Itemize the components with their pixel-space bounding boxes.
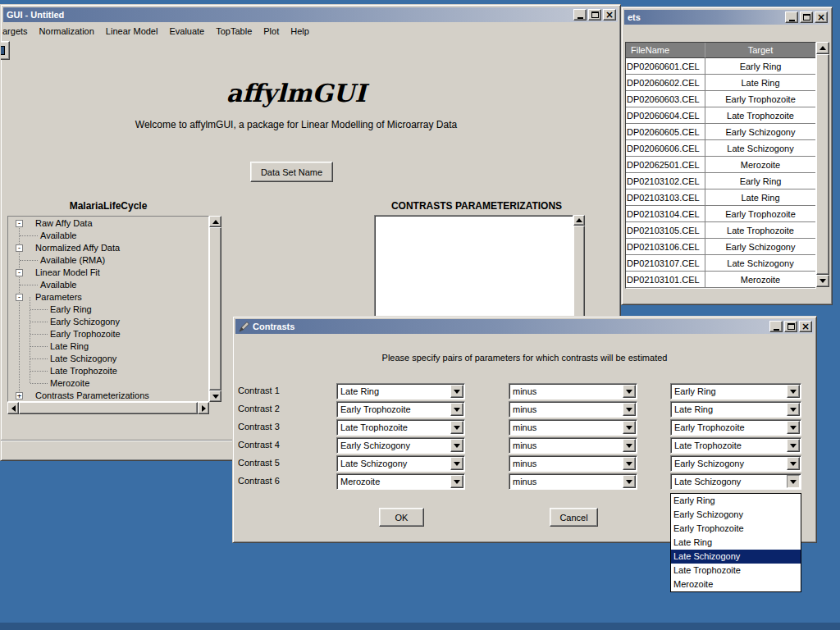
combobox-dropdown-button[interactable] [450, 439, 463, 452]
table-row[interactable]: DP02060605.CEL Early Schizogony [626, 124, 815, 140]
contrast-right-combobox[interactable]: Late Schizogony [670, 473, 801, 490]
cell-filename[interactable]: DP02060603.CEL [626, 91, 705, 107]
operator-combobox[interactable]: minus [509, 473, 637, 490]
cell-filename[interactable]: DP02103106.CEL [626, 239, 705, 255]
scrollbar-thumb[interactable] [816, 54, 829, 275]
cell-target[interactable]: Early Ring [705, 173, 815, 189]
minimize-button[interactable] [573, 9, 587, 21]
status-tree[interactable]: - Raw Affy Data Available - Normalized A… [7, 216, 209, 402]
cell-filename[interactable]: DP02062501.CEL [626, 157, 705, 173]
close-button[interactable]: × [815, 11, 828, 23]
tree-vertical-scrollbar[interactable] [209, 216, 221, 402]
scroll-down-button[interactable] [209, 390, 221, 402]
scrollbar-thumb[interactable] [209, 227, 221, 390]
combobox-dropdown-button[interactable] [623, 403, 636, 416]
cell-target[interactable]: Late Trophozoite [705, 107, 815, 124]
operator-combobox[interactable]: minus [509, 383, 637, 399]
table-row[interactable]: DP02103105.CEL Late Trophozoite [626, 222, 815, 239]
combobox-dropdown-button[interactable] [450, 457, 463, 470]
table-row[interactable]: DP02060602.CEL Late Ring [626, 75, 815, 91]
menu-item[interactable]: argets [2, 25, 34, 38]
data-set-name-button[interactable]: Data Set Name [250, 162, 333, 182]
menu-item[interactable]: TopTable [210, 25, 258, 38]
cell-filename[interactable]: DP02103103.CEL [626, 189, 705, 206]
tree-item[interactable]: Early Trophozoite [9, 328, 208, 340]
table-row[interactable]: DP02103102.CEL Early Ring [626, 173, 815, 189]
tree-item[interactable]: Late Trophozoite [9, 365, 208, 377]
combobox-dropdown-button[interactable] [623, 421, 636, 434]
cell-target[interactable]: Merozoite [705, 157, 815, 173]
combobox-dropdown-button[interactable] [787, 385, 800, 398]
combobox-dropdown-button[interactable] [623, 439, 636, 452]
table-row[interactable]: DP02060606.CEL Late Schizogony [626, 140, 815, 157]
combobox-dropdown-button[interactable] [450, 475, 463, 488]
tree-item[interactable]: Late Ring [9, 340, 208, 353]
dropdown-option[interactable]: Late Ring [671, 536, 801, 550]
tree-item[interactable]: - Normalized Affy Data [9, 242, 208, 254]
dropdown-option[interactable]: Merozoite [671, 578, 801, 591]
tree-horizontal-scrollbar[interactable] [7, 402, 209, 414]
table-row[interactable]: DP02103103.CEL Late Ring [626, 189, 815, 206]
cell-filename[interactable]: DP02103101.CEL [626, 272, 705, 288]
scroll-left-button[interactable] [7, 402, 19, 414]
contrast-right-combobox[interactable]: Early Trophozoite [670, 419, 801, 436]
scroll-down-button[interactable] [816, 275, 829, 287]
cell-filename[interactable]: DP02060605.CEL [626, 124, 705, 140]
cell-filename[interactable]: DP02060604.CEL [626, 107, 705, 124]
dropdown-option[interactable]: Late Schizogony [671, 550, 801, 564]
tree-item[interactable]: Available [9, 230, 208, 242]
dropdown-option[interactable]: Early Ring [671, 494, 801, 508]
cell-target[interactable]: Early Ring [705, 58, 815, 75]
main-titlebar[interactable]: GUI - Untitled × [3, 7, 618, 22]
table-row[interactable]: DP02060603.CEL Early Trophozoite [626, 91, 815, 107]
close-button[interactable]: × [603, 9, 616, 21]
dropdown-option[interactable]: Late Trophozoite [671, 564, 801, 578]
scrollbar-thumb[interactable] [573, 226, 585, 327]
tree-item[interactable]: Available [9, 279, 208, 291]
combobox-dropdown-button[interactable] [450, 403, 463, 416]
column-header-target[interactable]: Target [705, 43, 815, 58]
ok-button[interactable]: OK [379, 508, 424, 527]
tree-item[interactable]: Late Schizogony [9, 353, 208, 365]
cell-filename[interactable]: DP02103105.CEL [626, 222, 705, 239]
scroll-up-button[interactable] [209, 216, 221, 227]
tree-item[interactable]: Early Ring [9, 304, 208, 316]
cell-target[interactable]: Late Schizogony [705, 255, 815, 272]
combobox-dropdown-button[interactable] [787, 403, 800, 416]
maximize-button[interactable] [588, 9, 601, 21]
scrollbar-thumb[interactable] [19, 402, 198, 414]
contrast-left-combobox[interactable]: Early Schizogony [336, 437, 465, 454]
menu-item[interactable]: Evaluate [163, 25, 210, 38]
column-header-filename[interactable]: FileName [626, 43, 705, 58]
menu-item[interactable]: Plot [258, 25, 285, 38]
combobox-dropdown-button[interactable] [787, 421, 800, 434]
contrast-right-combobox[interactable]: Late Trophozoite [670, 437, 801, 454]
tree-expand-icon[interactable]: - [16, 244, 23, 252]
cell-target[interactable]: Late Trophozoite [705, 222, 815, 239]
table-row[interactable]: DP02103107.CEL Late Schizogony [626, 255, 815, 272]
contrast-right-combobox[interactable]: Early Schizogony [670, 455, 801, 472]
cell-target[interactable]: Early Trophozoite [705, 206, 815, 222]
table-row[interactable]: DP02103104.CEL Early Trophozoite [626, 206, 815, 222]
operator-combobox[interactable]: minus [509, 437, 637, 454]
contrast-right-combobox[interactable]: Late Ring [670, 401, 801, 418]
table-row[interactable]: DP02060604.CEL Late Trophozoite [626, 107, 815, 124]
cell-filename[interactable]: DP02103107.CEL [626, 255, 705, 272]
tree-expand-icon[interactable]: - [16, 269, 23, 276]
cell-filename[interactable]: DP02103102.CEL [626, 173, 705, 189]
cell-target[interactable]: Early Schizogony [705, 124, 815, 140]
combobox-dropdown-button[interactable] [787, 475, 800, 488]
cell-target[interactable]: Late Ring [705, 75, 815, 91]
cell-target[interactable]: Early Schizogony [705, 239, 815, 255]
cell-target[interactable]: Late Ring [705, 189, 815, 206]
table-row[interactable]: DP02060601.CEL Early Ring [626, 58, 815, 75]
table-vertical-scrollbar[interactable] [816, 42, 829, 287]
cell-target[interactable]: Early Trophozoite [705, 91, 815, 107]
tree-item[interactable]: Merozoite [9, 377, 208, 390]
minimize-button[interactable] [785, 11, 798, 23]
combobox-dropdown-button[interactable] [787, 439, 800, 452]
combobox-dropdown-button[interactable] [623, 457, 636, 470]
combobox-dropdown-button[interactable] [450, 421, 463, 434]
tree-item[interactable]: Early Schizogony [9, 316, 208, 328]
contrast-left-combobox[interactable]: Merozoite [336, 473, 465, 490]
